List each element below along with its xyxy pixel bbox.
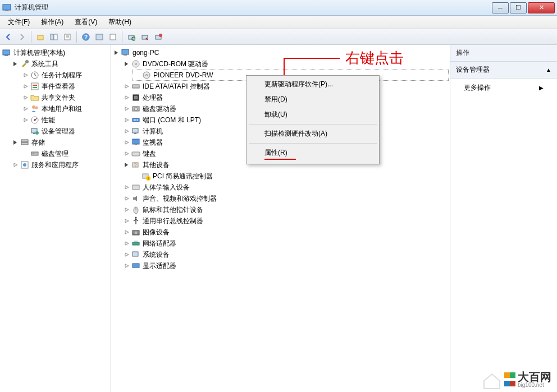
label: gong-PC bbox=[133, 49, 159, 57]
monitor-icon bbox=[131, 138, 140, 147]
svg-rect-43 bbox=[133, 85, 139, 88]
back-button[interactable] bbox=[2, 31, 15, 43]
unknown-device-icon: ? bbox=[131, 160, 140, 169]
expander-icon[interactable] bbox=[124, 83, 130, 90]
forward-button[interactable] bbox=[16, 31, 28, 43]
device-imaging[interactable]: 图像设备 bbox=[122, 227, 449, 238]
ctx-disable[interactable]: 禁用(D) bbox=[248, 92, 378, 107]
up-button[interactable] bbox=[34, 31, 47, 43]
toolbar-button[interactable] bbox=[139, 31, 151, 43]
expander-icon[interactable] bbox=[22, 105, 29, 112]
expander-icon[interactable] bbox=[113, 49, 120, 56]
sound-icon bbox=[131, 194, 140, 203]
label: IDE ATA/ATAPI 控制器 bbox=[143, 82, 210, 91]
ctx-properties[interactable]: 属性(R) bbox=[248, 145, 378, 163]
expander-icon[interactable] bbox=[124, 117, 130, 123]
nav-services-apps[interactable]: 服务和应用程序 bbox=[11, 159, 109, 170]
camera-icon bbox=[131, 228, 140, 237]
nav-system-tools[interactable]: 系统工具 bbox=[11, 58, 109, 70]
expander-icon[interactable] bbox=[22, 117, 29, 123]
expander-icon[interactable] bbox=[12, 61, 19, 67]
expander-icon[interactable] bbox=[124, 162, 130, 168]
svg-rect-18 bbox=[4, 55, 8, 56]
expander-icon[interactable] bbox=[124, 206, 130, 213]
device-usb[interactable]: 通用串行总线控制器 bbox=[122, 215, 449, 227]
svg-rect-54 bbox=[133, 139, 139, 144]
ctx-scan-hardware[interactable]: 扫描检测硬件改动(A) bbox=[248, 126, 378, 141]
menu-bar: 文件(F) 操作(A) 查看(V) 帮助(H) bbox=[0, 16, 557, 29]
toolbar-button[interactable] bbox=[152, 31, 165, 43]
device-pci[interactable]: !PCI 简易通讯控制器 bbox=[133, 170, 449, 182]
svg-rect-3 bbox=[51, 34, 53, 40]
label: 事件查看器 bbox=[42, 82, 75, 91]
menu-view[interactable]: 查看(V) bbox=[69, 16, 103, 28]
label: 服务和应用程序 bbox=[31, 160, 79, 170]
port-icon bbox=[131, 116, 140, 124]
label: 显示适配器 bbox=[143, 261, 176, 271]
expander-icon[interactable] bbox=[124, 139, 130, 146]
expander-icon[interactable] bbox=[124, 251, 130, 258]
expander-icon[interactable] bbox=[124, 184, 130, 191]
storage-icon bbox=[20, 138, 29, 147]
nav-storage[interactable]: 存储 bbox=[11, 137, 109, 148]
more-actions[interactable]: 更多操作 ▶ bbox=[450, 79, 557, 97]
device-display[interactable]: 显示适配器 bbox=[122, 260, 449, 271]
left-navigation-pane[interactable]: 计算机管理(本地) 系统工具 任务计划程序 事件查看器 共享文件夹 bbox=[0, 45, 111, 392]
device-mouse[interactable]: 鼠标和其他指针设备 bbox=[122, 204, 449, 215]
toolbar-button[interactable] bbox=[107, 31, 119, 43]
nav-event-viewer[interactable]: 事件查看器 bbox=[21, 81, 109, 92]
expander-icon[interactable] bbox=[22, 72, 29, 79]
help-button[interactable]: ? bbox=[80, 31, 92, 43]
toolbar-button[interactable] bbox=[93, 31, 106, 43]
actions-section[interactable]: 设备管理器 ▲ bbox=[450, 62, 557, 79]
device-dvd-group[interactable]: DVD/CD-ROM 驱动器 bbox=[122, 58, 449, 70]
expander-icon[interactable] bbox=[124, 150, 130, 157]
watermark: 大百网 big100.net bbox=[482, 370, 551, 390]
menu-action[interactable]: 操作(A) bbox=[35, 16, 69, 28]
nav-shared-folders[interactable]: 共享文件夹 bbox=[21, 92, 109, 103]
expander-icon[interactable] bbox=[22, 83, 29, 90]
svg-point-50 bbox=[135, 119, 136, 121]
nav-performance[interactable]: 性能 bbox=[21, 114, 109, 126]
menu-file[interactable]: 文件(F) bbox=[2, 16, 35, 28]
device-hid[interactable]: 人体学输入设备 bbox=[122, 182, 449, 193]
close-button[interactable]: ✕ bbox=[528, 2, 555, 13]
expander-icon[interactable] bbox=[124, 240, 130, 247]
expander-icon[interactable] bbox=[124, 262, 130, 269]
expander-icon[interactable] bbox=[124, 61, 130, 67]
expander-icon[interactable] bbox=[12, 139, 19, 146]
expander-icon[interactable] bbox=[22, 94, 29, 101]
expander-icon[interactable] bbox=[124, 94, 130, 101]
watermark-brand: 大百网 bbox=[518, 371, 551, 382]
expander-icon[interactable] bbox=[124, 218, 130, 224]
device-system[interactable]: 系统设备 bbox=[122, 249, 449, 260]
scan-hardware-button[interactable] bbox=[125, 31, 138, 43]
device-network[interactable]: 网络适配器 bbox=[122, 238, 449, 249]
maximize-button[interactable]: ☐ bbox=[510, 2, 527, 13]
folder-icon bbox=[30, 93, 39, 102]
properties-button[interactable] bbox=[61, 31, 74, 43]
watermark-url: big100.net bbox=[518, 382, 551, 388]
expander-icon[interactable] bbox=[124, 105, 130, 112]
label: 监视器 bbox=[143, 138, 163, 147]
device-root[interactable]: gong-PC bbox=[112, 47, 449, 58]
actions-section-label: 设备管理器 bbox=[456, 65, 490, 75]
svg-rect-10 bbox=[96, 34, 103, 40]
ctx-uninstall[interactable]: 卸载(U) bbox=[248, 107, 378, 122]
ctx-update-driver[interactable]: 更新驱动程序软件(P)... bbox=[248, 77, 378, 92]
show-hide-tree-button[interactable] bbox=[48, 31, 60, 43]
expander-icon[interactable] bbox=[124, 128, 130, 135]
expander-icon[interactable] bbox=[12, 162, 19, 168]
nav-disk-management[interactable]: 磁盘管理 bbox=[21, 148, 109, 159]
expander-icon[interactable] bbox=[124, 229, 130, 236]
dvd-icon bbox=[142, 71, 151, 80]
nav-task-scheduler[interactable]: 任务计划程序 bbox=[21, 70, 109, 81]
expander-icon[interactable] bbox=[124, 195, 130, 202]
svg-rect-1 bbox=[5, 10, 8, 11]
nav-device-manager[interactable]: 设备管理器 bbox=[21, 126, 109, 137]
minimize-button[interactable]: ─ bbox=[492, 2, 509, 13]
menu-help[interactable]: 帮助(H) bbox=[103, 16, 137, 28]
nav-local-users[interactable]: 本地用户和组 bbox=[21, 103, 109, 114]
nav-root[interactable]: 计算机管理(本地) bbox=[1, 47, 109, 58]
device-sound[interactable]: 声音、视频和游戏控制器 bbox=[122, 193, 449, 204]
